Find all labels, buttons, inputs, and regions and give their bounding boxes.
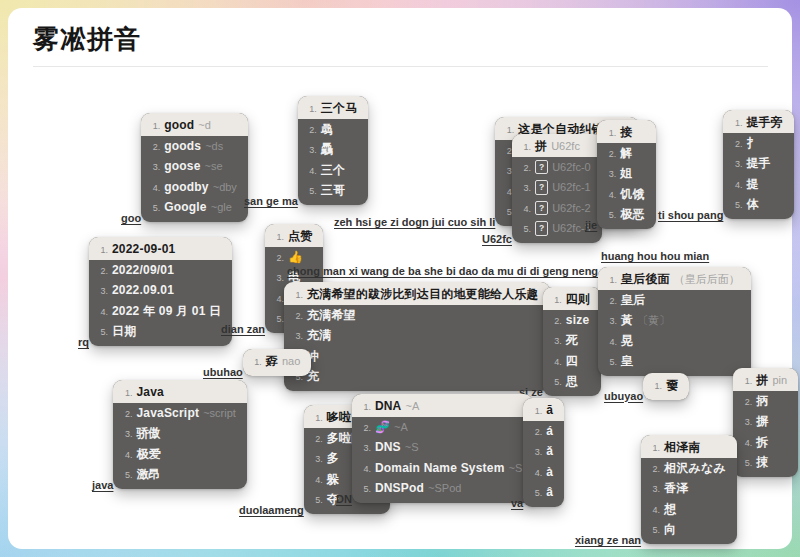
candidate-item[interactable]: 5.极恶 — [597, 205, 655, 229]
candidate-number: 1. — [312, 413, 323, 425]
input-code-label: goo — [121, 212, 141, 225]
candidate-number: 5. — [520, 224, 531, 236]
candidate-text: good — [164, 118, 194, 134]
candidate-item[interactable]: 2.皇后 — [598, 290, 751, 311]
candidate-text: 皇 — [621, 354, 633, 370]
candidate-item[interactable]: 5.DNSPod~SPod — [352, 479, 533, 503]
candidate-number: 4. — [273, 294, 284, 306]
candidate-item[interactable]: 4.goodby~dby — [141, 177, 248, 198]
candidate-comment: ~d — [198, 118, 211, 132]
candidate-item[interactable]: 5.激昂 — [113, 465, 246, 489]
candidate-item[interactable]: 4.饥饿 — [597, 184, 655, 205]
candidate-item[interactable]: 5.捒 — [733, 453, 798, 477]
candidate-item[interactable]: 1.接 — [597, 120, 655, 143]
candidate-number: 4. — [149, 183, 160, 195]
candidate-item[interactable]: 3.goose~se — [141, 157, 248, 178]
candidate-item[interactable]: 1.good~d — [141, 113, 248, 136]
candidate-item[interactable]: 2.相沢みなみ — [641, 458, 737, 479]
candidate-item[interactable]: 3.ǎ — [523, 442, 564, 463]
candidate-number: 4. — [551, 357, 562, 369]
candidate-item[interactable]: 5.向 — [641, 520, 737, 544]
candidate-number: 4. — [649, 505, 660, 517]
candidate-item[interactable]: 1.2022-09-01 — [89, 237, 232, 260]
candidate-item[interactable]: 2.解 — [597, 143, 655, 164]
candidate-item[interactable]: 1.充满希望的跋涉比到达目的地更能给人乐趣 — [284, 282, 550, 305]
candidate-item[interactable]: 4.拆 — [733, 432, 798, 453]
candidate-item[interactable]: 1.点赞 — [265, 224, 323, 247]
candidate-item[interactable]: 5.Google~gle — [141, 198, 248, 222]
candidate-item[interactable]: 3.死 — [543, 331, 601, 352]
candidate-item[interactable]: 1.皇后後面（皇后后面） — [598, 267, 751, 290]
candidate-item[interactable]: 1.相泽南 — [641, 435, 737, 458]
candidate-item[interactable]: 5.思 — [543, 372, 601, 396]
candidate-text: DNSPod — [375, 481, 424, 497]
candidate-text: 点赞 — [288, 229, 312, 245]
candidate-item[interactable]: 2.🧬~A — [352, 417, 533, 438]
input-code-label: rq — [78, 336, 89, 349]
dna-emoji: 🧬 — [375, 420, 390, 436]
candidate-item[interactable]: 2.2022/09/01 — [89, 260, 232, 281]
candidate-number: 3. — [292, 331, 303, 343]
candidate-item[interactable]: 3.黃〔黄〕 — [598, 311, 751, 332]
candidate-item[interactable]: 1.提手旁 — [723, 110, 794, 133]
candidate-number: 3. — [273, 273, 284, 285]
candidate-number: 4. — [605, 190, 616, 202]
candidate-item[interactable]: 2.JavaScript~script — [113, 403, 246, 424]
candidate-item[interactable]: 1.四则 — [543, 287, 601, 310]
input-code-label: jie — [585, 219, 597, 232]
candidate-comment: 〔黄〕 — [637, 313, 670, 327]
candidate-number: 3. — [121, 429, 132, 441]
candidate-item[interactable]: 3.充满 — [284, 326, 550, 347]
candidate-item[interactable]: 3.2022.09.01 — [89, 281, 232, 302]
candidate-item[interactable]: 4.四 — [543, 351, 601, 372]
candidate-number: 5. — [312, 495, 323, 507]
candidate-item[interactable]: 3.摒 — [733, 412, 798, 433]
candidate-item[interactable]: 4.极爱 — [113, 444, 246, 465]
candidate-number: 3. — [741, 417, 752, 429]
candidate-comment: ~A — [394, 420, 408, 434]
page-header: 雾凇拼音 — [8, 8, 792, 67]
candidate-item[interactable]: 2.扌 — [723, 133, 794, 154]
candidate-item[interactable]: 1.孬nao — [243, 349, 312, 376]
candidate-item[interactable]: 3.DNS~S — [352, 438, 533, 459]
candidate-item[interactable]: 1.ā — [523, 398, 564, 421]
candidate-item[interactable]: 5.日期 — [89, 322, 232, 346]
candidate-comment: ~SPod — [428, 481, 461, 495]
candidate-item[interactable]: 2.抦 — [733, 391, 798, 412]
candidate-item[interactable]: 2.á — [523, 421, 564, 442]
candidate-item[interactable]: 1.Java — [113, 380, 246, 403]
candidate-number: 5. — [606, 357, 617, 369]
candidate-item[interactable]: 4.2022 年 09 月 01 日 — [89, 301, 232, 322]
candidate-item[interactable]: 3.提手 — [723, 154, 794, 175]
candidate-item[interactable]: 2.size — [543, 310, 601, 331]
missing-glyph-icon: ? — [535, 160, 548, 175]
candidate-item[interactable]: 5.体 — [723, 195, 794, 219]
candidate-text: á — [546, 424, 553, 440]
candidate-number: 4. — [731, 180, 742, 192]
candidate-item[interactable]: 2.goods~ds — [141, 136, 248, 157]
candidate-item[interactable]: 3.姐 — [597, 164, 655, 185]
candidate-number: 2. — [97, 266, 108, 278]
candidate-item[interactable]: 4.提 — [723, 174, 794, 195]
candidate-item[interactable]: 3.骄傲 — [113, 424, 246, 445]
candidate-item[interactable]: 2.充满希望 — [284, 305, 550, 326]
candidate-text: 提手 — [746, 156, 770, 172]
candidate-text: 相泽南 — [664, 440, 701, 456]
candidate-item[interactable]: 4.Domain Name System~S — [352, 458, 533, 479]
candidate-item[interactable]: 3.香泽 — [641, 479, 737, 500]
candidate-item[interactable]: 4.想 — [641, 499, 737, 520]
candidate-panel: 1.ā2.á3.ǎ4.à5.â — [523, 398, 564, 507]
candidate-item[interactable]: 4.晃 — [598, 331, 751, 352]
candidate-item[interactable]: 4.à — [523, 462, 564, 483]
candidate-item[interactable]: 1.拼pin — [733, 368, 798, 391]
candidate-item[interactable]: 4.冲 — [284, 346, 550, 367]
candidate-number: 1. — [531, 406, 542, 418]
candidate-text: 扌 — [746, 136, 758, 152]
input-code-label: ti shou pang — [658, 209, 723, 222]
candidate-item[interactable]: 1.DNA~A — [352, 394, 533, 417]
candidate-text: 抦 — [756, 394, 768, 410]
candidate-box-ti-shou-pang: ti shou pang1.提手旁2.扌3.提手4.提5.体 — [655, 107, 794, 223]
candidate-text: goodby — [164, 180, 209, 196]
candidate-item[interactable]: 5.â — [523, 483, 564, 507]
candidate-item[interactable]: 5.充 — [284, 367, 550, 391]
